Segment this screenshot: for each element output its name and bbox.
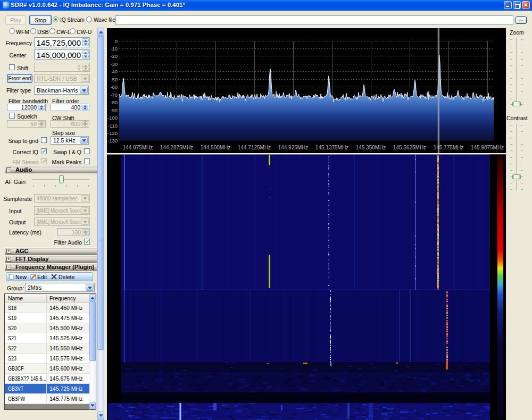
svg-text:144.500MHz: 144.500MHz [201, 145, 231, 150]
svg-text:-60: -60 [110, 84, 118, 90]
svg-text:-10: -10 [110, 46, 118, 52]
svg-text:-80: -80 [110, 99, 118, 105]
svg-text:145.5625MHz: 145.5625MHz [393, 145, 426, 150]
svg-text:-50: -50 [110, 77, 118, 82]
svg-text:-110: -110 [108, 123, 118, 129]
svg-text:-120: -120 [107, 130, 118, 136]
svg-text:-40: -40 [110, 69, 118, 74]
svg-text:144.075MHz: 144.075MHz [123, 145, 153, 150]
svg-text:-20: -20 [110, 53, 118, 59]
svg-text:-90: -90 [110, 107, 118, 113]
svg-text:144.925MHz: 144.925MHz [278, 145, 309, 150]
svg-text:-70: -70 [110, 92, 118, 98]
svg-text:-130: -130 [107, 138, 118, 144]
svg-text:145.1375MHz: 145.1375MHz [315, 145, 348, 150]
svg-text:145.350MHz: 145.350MHz [356, 145, 386, 150]
svg-text:-30: -30 [110, 61, 118, 67]
svg-text:144.2875MHz: 144.2875MHz [160, 145, 193, 150]
svg-text:145.9875MHz: 145.9875MHz [471, 145, 504, 150]
svg-text:0: 0 [115, 38, 118, 44]
svg-text:144.7125MHz: 144.7125MHz [238, 145, 271, 150]
svg-text:-100: -100 [107, 115, 118, 121]
